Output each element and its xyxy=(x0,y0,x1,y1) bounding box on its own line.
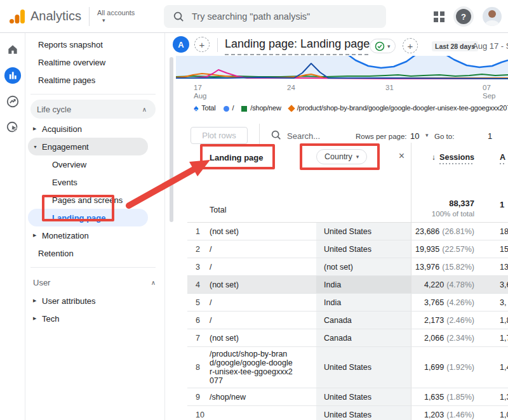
legend-label: Total xyxy=(201,104,215,112)
cell-sessions: 4,220(4.78%) xyxy=(411,276,492,293)
sidebar-item-overview[interactable]: Overview xyxy=(25,155,164,173)
sidebar-item-tech[interactable]: ▶ Tech xyxy=(25,310,164,327)
sidebar-item-pages-and-screens[interactable]: Pages and screens xyxy=(25,191,164,209)
column-header-sessions[interactable]: ↓ Sessions xyxy=(411,143,492,186)
legend-item[interactable]: ♠Total xyxy=(194,104,216,112)
cell-sessions: 3,765(4.26%) xyxy=(411,294,492,311)
legend-item[interactable]: /product/shop-by-brand/google/google-doo… xyxy=(289,104,508,112)
legend-item[interactable]: /shop/new xyxy=(241,104,281,112)
cell-next-metric: 3, xyxy=(492,294,508,311)
analytics-logo-icon[interactable] xyxy=(9,8,25,25)
avatar-head xyxy=(488,10,496,18)
table-search-input[interactable]: Search... xyxy=(287,131,320,141)
total-sessions: 88,337 100% of total xyxy=(411,186,492,222)
cell-next-metric: 1,4 xyxy=(492,347,508,388)
sidebar-item-monetization[interactable]: ▶ Monetization xyxy=(25,226,164,244)
report-main: A + Landing page: Landing page ▾ + Last … xyxy=(165,33,508,420)
cell-landing-page: (not set) xyxy=(210,329,316,346)
cell-next-metric: 15,34 xyxy=(492,240,508,258)
table-row[interactable]: 4(not set)India4,220(4.78%)3,6 xyxy=(187,276,508,294)
user-avatar[interactable] xyxy=(483,7,502,26)
caret-down-icon[interactable]: ▾ xyxy=(425,132,429,138)
nav-rail xyxy=(0,33,25,420)
cell-next-metric: 18,82 xyxy=(492,223,508,240)
sidebar-item-label: Reports snapshot xyxy=(38,40,103,49)
table-row[interactable]: 1(not set)United States23,686(26.81%)18,… xyxy=(187,223,508,240)
column-header-next-metric[interactable]: A xyxy=(492,143,508,186)
cell-country: Canada xyxy=(316,312,411,329)
table-row[interactable]: 6/Canada2,173(2.46%)1,8 xyxy=(187,312,508,329)
sidebar-item-engagement[interactable]: ▼ Engagement xyxy=(28,138,148,155)
report-title[interactable]: Landing page: Landing page xyxy=(225,37,370,55)
account-selector[interactable]: All accounts ▾ xyxy=(97,9,135,24)
table-row[interactable]: 2/United States19,935(22.57%)15,34 xyxy=(187,240,508,258)
table-row[interactable]: 7(not set)Canada2,066(2.34%)1,7 xyxy=(187,329,508,347)
sidebar-item-landing-page[interactable]: Landing page xyxy=(28,209,148,226)
sidebar-item-label: Monetization xyxy=(42,231,89,240)
sidebar-section-user[interactable]: User ∧ xyxy=(25,273,164,292)
table-row[interactable]: 8/product/shop-by-brand/google/google-do… xyxy=(187,347,508,388)
sidebar-item-reports-snapshot[interactable]: Reports snapshot xyxy=(25,36,164,53)
legend-label: /shop/new xyxy=(250,104,281,112)
diamond-icon xyxy=(288,105,295,112)
sidebar-item-retention[interactable]: Retention xyxy=(25,244,164,262)
global-search-input[interactable]: Try searching "path analysis" xyxy=(164,5,386,28)
cell-country: India xyxy=(316,294,411,311)
expand-arrow-icon: ▶ xyxy=(33,126,42,131)
search-icon xyxy=(173,11,184,22)
table-row[interactable]: 9/shop/newUnited States1,635(1.85%)1,3 xyxy=(187,388,508,406)
goto-page-input[interactable]: 1 xyxy=(488,131,492,141)
date-range-value[interactable]: Aug 17 - Se xyxy=(472,41,508,51)
advertising-icon[interactable] xyxy=(4,119,22,136)
sidebar-item-label: Pages and screens xyxy=(52,195,123,205)
vertical-scrollbar[interactable] xyxy=(170,57,173,222)
sidebar-item-acquisition[interactable]: ▶ Acquisition xyxy=(25,120,164,138)
sidebar-item-label: Overview xyxy=(52,160,86,169)
table-row[interactable]: 5/India3,765(4.26%)3, xyxy=(187,294,508,312)
cell-country: Canada xyxy=(316,329,411,346)
date-range-preset[interactable]: Last 28 days xyxy=(432,41,478,51)
cell-country: United States xyxy=(316,406,411,420)
sidebar-item-realtime-pages[interactable]: Realtime pages xyxy=(25,71,164,89)
cell-next-metric: 13,81 xyxy=(492,258,508,275)
property-avatar[interactable]: A xyxy=(173,36,189,53)
sidebar-item-realtime-overview[interactable]: Realtime overview xyxy=(25,53,164,71)
goto-page-label: Go to: xyxy=(434,133,454,140)
x-axis-tick: 17Aug xyxy=(194,84,206,100)
cell-landing-page: / xyxy=(210,258,316,275)
sidebar-item-user-attributes[interactable]: ▶ User attributes xyxy=(25,292,164,310)
row-number: 6 xyxy=(187,312,210,329)
topbar-actions: ? xyxy=(434,0,502,33)
plot-rows-button[interactable]: Plot rows xyxy=(190,127,248,144)
spade-icon: ♠ xyxy=(194,105,198,111)
remove-dimension-icon[interactable]: × xyxy=(399,149,411,162)
square-icon xyxy=(241,106,247,112)
explore-icon[interactable] xyxy=(4,93,22,110)
cell-sessions: 1,635(1.85%) xyxy=(411,388,492,405)
help-icon[interactable]: ? xyxy=(456,9,471,24)
sidebar-section-life-cycle[interactable]: Life cycle ∧ xyxy=(30,100,156,119)
legend-item[interactable]: / xyxy=(224,104,234,112)
sidebar-item-events[interactable]: Events xyxy=(25,173,164,191)
table-row[interactable]: 10United States1,203(1.46%)1,0 xyxy=(187,406,508,420)
column-header-landing-page[interactable]: Landing page xyxy=(210,143,316,186)
check-circle-icon xyxy=(375,41,385,51)
table-row[interactable]: 3/(not set)13,976(15.82%)13,81 xyxy=(187,258,508,276)
row-number: 8 xyxy=(187,347,210,388)
chevron-up-icon: ∧ xyxy=(151,279,156,286)
home-icon[interactable] xyxy=(4,41,22,58)
table-search-icon[interactable] xyxy=(271,129,281,140)
rows-per-page-label: Rows per page: xyxy=(356,133,407,140)
header-divider xyxy=(217,38,218,52)
rows-per-page-select[interactable]: 10 xyxy=(410,131,419,141)
data-quality-badge[interactable]: ▾ xyxy=(370,39,396,53)
apps-grid-icon[interactable] xyxy=(434,11,444,22)
add-report-icon[interactable]: + xyxy=(403,38,418,53)
row-number: 9 xyxy=(187,388,210,405)
reports-icon[interactable] xyxy=(4,67,22,84)
add-comparison-icon[interactable]: + xyxy=(194,37,210,52)
row-number: 10 xyxy=(187,406,210,420)
country-dimension-dropdown[interactable]: Country ▾ xyxy=(316,149,367,164)
cell-landing-page: / xyxy=(210,294,316,311)
x-axis-tick: 07Sep xyxy=(483,84,495,100)
